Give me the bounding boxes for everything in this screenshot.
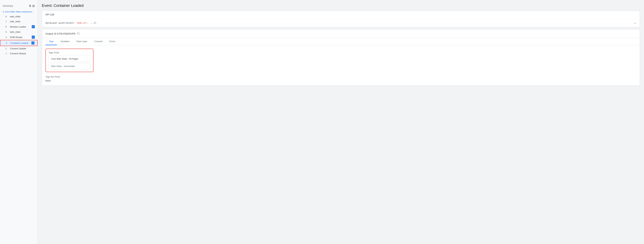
code-value: "gtm.js" xyxy=(76,21,87,24)
item-num-3: 3 xyxy=(6,42,9,44)
tab-errors-label: Errors xyxy=(110,40,116,43)
api-call-card: API Call dataLayer.push({event: "gtm.js"… xyxy=(42,11,640,27)
item-label-2: Consent Update xyxy=(10,47,35,50)
main-content: Event: Container Loaded API Call dataLay… xyxy=(38,0,644,244)
tags-content: Tags Fired Core Web Vitals - All Pages W… xyxy=(42,45,640,85)
sidebar-item-6[interactable]: 6 Window Loaded </> xyxy=(0,24,38,29)
tag-item-web-vitals-succeeded[interactable]: Web Vitals - Succeeded xyxy=(48,63,90,69)
tab-variables-label: Variables xyxy=(60,40,70,43)
item-label-1: Consent Default xyxy=(10,52,35,55)
item-label-6: Window Loaded xyxy=(10,25,31,28)
tab-consent-label: Consent xyxy=(94,40,102,43)
api-call-header: API Call xyxy=(42,11,640,18)
tab-data-layer[interactable]: Data Layer xyxy=(73,38,91,45)
tab-tags[interactable]: Tags xyxy=(46,38,57,45)
item-label-4: DOM Ready xyxy=(10,36,31,38)
tags-fired-box: Tags Fired Core Web Vitals - All Pages W… xyxy=(46,49,94,72)
api-call-row: dataLayer.push({event: "gtm.js", ...}) ⌄ xyxy=(42,18,640,27)
item-num-6: 6 xyxy=(6,25,9,28)
sidebar-summary: Summary 🗑 ▧ xyxy=(0,3,38,9)
expand-icon[interactable]: ⌄ xyxy=(634,21,636,25)
sidebar-group-label: Core Web Vitals measurem... xyxy=(5,10,34,13)
item-num-5: 5 xyxy=(6,31,9,33)
tab-variables[interactable]: Variables xyxy=(57,38,73,45)
output-card: Output of GTM-PMZ5VPR ⓘ Tags Variables D… xyxy=(42,29,640,86)
sidebar-group-header[interactable]: ▾ Core Web Vitals measurem... xyxy=(0,9,38,14)
sidebar-group: ▾ Core Web Vitals measurem... 8 web_vita… xyxy=(0,9,38,56)
summary-label: Summary xyxy=(3,4,13,7)
tag-icon-4: </> xyxy=(32,36,35,39)
api-call-code: dataLayer.push({event: "gtm.js", ...}) xyxy=(46,21,96,24)
page-title: Event: Container Loaded xyxy=(42,3,640,8)
output-title: Output of GTM-PMZ5VPR xyxy=(46,32,76,35)
output-header: Output of GTM-PMZ5VPR ⓘ xyxy=(42,29,640,38)
sidebar-item-1[interactable]: 1 Consent Default xyxy=(0,51,38,56)
output-tabs: Tags Variables Data Layer Consent Errors xyxy=(42,38,640,45)
chevron-icon: ▾ xyxy=(3,11,4,13)
item-label-8: web_vitals xyxy=(10,15,35,18)
tag-item-label-1: Web Vitals - Succeeded xyxy=(51,65,75,67)
tab-consent[interactable]: Consent xyxy=(91,38,106,45)
tags-not-fired-label: Tags Not Fired xyxy=(46,75,636,78)
item-num-4: 4 xyxy=(6,36,9,38)
tab-data-layer-label: Data Layer xyxy=(76,40,88,43)
tags-fired-label: Tags Fired xyxy=(48,51,90,54)
item-num-2: 2 xyxy=(6,47,9,50)
tag-item-label-0: Core Web Vitals - All Pages xyxy=(51,57,78,60)
sidebar-item-5[interactable]: 5 web_vitals xyxy=(0,29,38,34)
tags-not-fired-none: None xyxy=(46,79,636,82)
sidebar-item-7[interactable]: 7 web_vitals xyxy=(0,19,38,24)
tab-errors[interactable]: Errors xyxy=(106,38,119,45)
help-icon[interactable]: ⓘ xyxy=(77,32,80,35)
sidebar-item-4[interactable]: 4 DOM Ready </> xyxy=(0,34,38,40)
item-label-7: web_vitals xyxy=(10,20,35,23)
tag-icon-6: </> xyxy=(32,25,35,28)
sidebar-item-8[interactable]: 8 web_vitals xyxy=(0,14,38,19)
item-num-1: 1 xyxy=(6,52,9,55)
item-label-5: web_vitals xyxy=(10,31,35,33)
item-num-8: 8 xyxy=(6,15,9,18)
tag-icon-3: </> xyxy=(32,41,34,44)
sidebar-item-2[interactable]: 2 Consent Update xyxy=(0,46,38,51)
code-suffix: , ...}) xyxy=(87,21,96,24)
item-num-7: 7 xyxy=(6,20,9,23)
tag-item-core-web-vitals[interactable]: Core Web Vitals - All Pages xyxy=(48,56,90,62)
filter-icon[interactable]: 🗑 ▧ xyxy=(29,4,35,7)
tab-tags-label: Tags xyxy=(49,40,54,43)
sidebar-item-3[interactable]: 3 Container Loaded </> xyxy=(0,40,38,46)
sidebar: Summary 🗑 ▧ ▾ Core Web Vitals measurem..… xyxy=(0,0,38,244)
item-label-3: Container Loaded xyxy=(10,42,30,44)
code-prefix: dataLayer.push({event: xyxy=(46,21,76,24)
